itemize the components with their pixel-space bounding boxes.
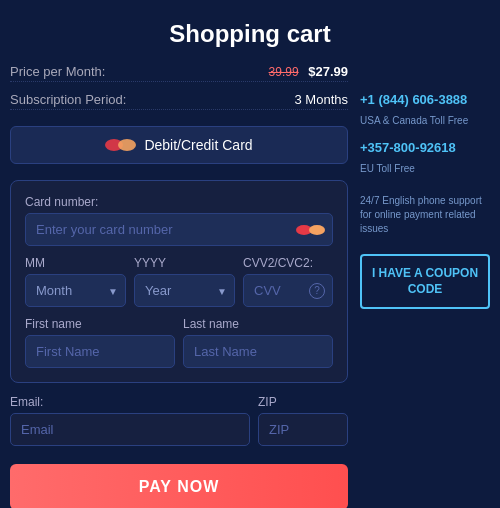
payment-method-button[interactable]: Debit/Credit Card xyxy=(10,126,348,164)
support-text: 24/7 English phone support for online pa… xyxy=(360,194,490,236)
zip-group: ZIP xyxy=(258,395,348,446)
phone2-number: +357-800-92618 xyxy=(360,140,490,155)
price-per-month-row: Price per Month: 39.99 $27.99 xyxy=(10,62,348,82)
right-section: +1 (844) 606-3888 USA & Canada Toll Free… xyxy=(360,62,490,309)
new-price: $27.99 xyxy=(308,64,348,79)
card-form: Card number: MM xyxy=(10,180,348,383)
left-section: Price per Month: 39.99 $27.99 Subscripti… xyxy=(10,62,348,508)
yyyy-group: YYYY Year 2024202520262027 202820292030 … xyxy=(134,256,235,307)
email-label: Email: xyxy=(10,395,250,409)
first-name-input[interactable] xyxy=(25,335,175,368)
mm-select[interactable]: Month 01020304 05060708 09101112 xyxy=(25,274,126,307)
subscription-period: 3 Months xyxy=(295,92,348,107)
price-per-month-label: Price per Month: xyxy=(10,64,105,79)
cvv-group: CVV2/CVC2: ? xyxy=(243,256,333,307)
price-value: 39.99 $27.99 xyxy=(269,64,348,79)
phone1-label: USA & Canada Toll Free xyxy=(360,115,490,126)
email-zip-section: Email: ZIP xyxy=(10,395,348,446)
cvv-label: CVV2/CVC2: xyxy=(243,256,333,270)
zip-input[interactable] xyxy=(258,413,348,446)
cvv-input-wrapper: ? xyxy=(243,274,333,307)
payment-method-label: Debit/Credit Card xyxy=(144,137,252,153)
subscription-period-row: Subscription Period: 3 Months xyxy=(10,90,348,110)
subscription-label: Subscription Period: xyxy=(10,92,126,107)
phone2-label: EU Toll Free xyxy=(360,163,490,174)
last-name-label: Last name xyxy=(183,317,333,331)
pay-now-button[interactable]: PAY NOW xyxy=(10,464,348,508)
mm-label: MM xyxy=(25,256,126,270)
card-number-group: Card number: xyxy=(25,195,333,246)
card-number-wrapper xyxy=(25,213,333,246)
mm-yyyy-cvv-row: MM Month 01020304 05060708 09101112 ▼ xyxy=(25,256,333,307)
yyyy-label: YYYY xyxy=(134,256,235,270)
phone1-number: +1 (844) 606-3888 xyxy=(360,92,490,107)
email-input[interactable] xyxy=(10,413,250,446)
card-number-input[interactable] xyxy=(25,213,333,246)
first-name-group: First name xyxy=(25,317,175,368)
mm-group: MM Month 01020304 05060708 09101112 ▼ xyxy=(25,256,126,307)
name-row: First name Last name xyxy=(25,317,333,368)
card-icon-yellow xyxy=(118,139,136,151)
first-name-label: First name xyxy=(25,317,175,331)
card-icon xyxy=(105,139,136,151)
card-number-label: Card number: xyxy=(25,195,333,209)
old-price: 39.99 xyxy=(269,65,299,79)
last-name-group: Last name xyxy=(183,317,333,368)
mm-select-wrapper: Month 01020304 05060708 09101112 ▼ xyxy=(25,274,126,307)
page-title: Shopping cart xyxy=(169,20,330,48)
coupon-button[interactable]: I HAVE A COUPON CODE xyxy=(360,254,490,309)
email-group: Email: xyxy=(10,395,250,446)
chip-yellow-icon xyxy=(309,225,325,235)
zip-label: ZIP xyxy=(258,395,348,409)
card-chips-icon xyxy=(296,225,325,235)
last-name-input[interactable] xyxy=(183,335,333,368)
cvv-help-icon[interactable]: ? xyxy=(309,283,325,299)
yyyy-select[interactable]: Year 2024202520262027 202820292030 xyxy=(134,274,235,307)
yyyy-select-wrapper: Year 2024202520262027 202820292030 ▼ xyxy=(134,274,235,307)
